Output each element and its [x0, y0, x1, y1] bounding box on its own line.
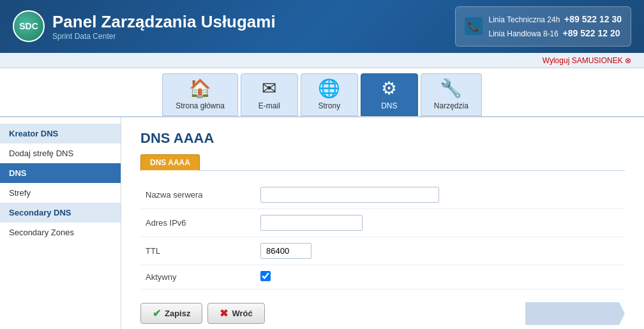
phone-box: 📞 Linia Techniczna 24h +89 522 12 30 Lin… — [455, 6, 631, 47]
input-nazwa-serwera[interactable] — [260, 187, 439, 203]
content-wrapper: Kreator DNS Dodaj strefę DNS DNS Strefy … — [0, 117, 644, 329]
nav-item-home[interactable]: 🏠 Strona główna — [162, 73, 238, 116]
nav-label-home: Strona główna — [176, 101, 225, 110]
nav-bar: 🏠 Strona główna ✉ E-mail 🌐 Strony ⚙ DNS … — [0, 68, 644, 117]
email-icon: ✉ — [262, 78, 276, 99]
save-label: Zapisz — [165, 309, 190, 318]
page-title: DNS AAAA — [140, 130, 625, 147]
save-button[interactable]: ✔ Zapisz — [140, 303, 202, 324]
label-ttl: TTL — [140, 237, 255, 265]
sidebar-label-strefy: Strefy — [9, 188, 31, 198]
sidebar-item-secondary-zones[interactable]: Secondary Zones — [0, 223, 121, 242]
input-ttl[interactable] — [260, 243, 311, 259]
app-title: Panel Zarządzania Usługami — [52, 12, 276, 32]
main-content: DNS AAAA DNS AAAA Nazwa serwera Adres IP… — [121, 117, 644, 329]
nav-label-narzedzia: Narzędzia — [434, 101, 468, 110]
arrow-3 — [587, 302, 625, 325]
form-row-ttl: TTL — [140, 237, 625, 265]
logo: SDC — [13, 10, 45, 42]
sidebar-label-secondary-dns: Secondary DNS — [9, 208, 71, 217]
dns-icon: ⚙ — [381, 78, 397, 99]
save-ok-icon: ✔ — [153, 307, 161, 319]
btn-row: ✔ Zapisz ✖ Wróć — [140, 302, 625, 325]
strony-icon: 🌐 — [318, 78, 340, 99]
form-row-ipv6: Adres IPv6 — [140, 208, 625, 237]
form-row-nazwa: Nazwa serwera — [140, 181, 625, 209]
nav-item-dns[interactable]: ⚙ DNS — [361, 73, 418, 116]
nav-item-email[interactable]: ✉ E-mail — [241, 73, 298, 116]
app-subtitle: Sprint Data Center — [52, 32, 276, 41]
back-button[interactable]: ✖ Wróć — [207, 303, 264, 324]
input-adres-ipv6[interactable] — [260, 215, 363, 231]
label-adres-ipv6: Adres IPv6 — [140, 208, 255, 237]
tab-bar: DNS AAAA — [140, 154, 625, 171]
nav-label-email: E-mail — [258, 101, 280, 110]
header: SDC Panel Zarządzania Usługami Sprint Da… — [0, 0, 644, 53]
form-row-aktywny: Aktywny — [140, 265, 625, 289]
nav-item-strony[interactable]: 🌐 Strony — [301, 73, 358, 116]
form-table: Nazwa serwera Adres IPv6 TTL — [140, 181, 625, 289]
phone-lines: Linia Techniczna 24h +89 522 12 30 Linia… — [489, 12, 622, 41]
arrow-decoration — [525, 302, 625, 325]
top-bar: Wyloguj SAMUSIONEK ⊗ — [0, 53, 644, 68]
logout-icon: ⊗ — [625, 56, 631, 65]
sidebar-item-kreator-dns[interactable]: Kreator DNS — [0, 124, 121, 143]
label-nazwa-serwera: Nazwa serwera — [140, 181, 255, 209]
checkbox-aktywny[interactable] — [260, 271, 271, 281]
back-cancel-icon: ✖ — [220, 307, 228, 319]
sidebar-item-dns[interactable]: DNS — [0, 163, 121, 183]
nav-label-dns: DNS — [381, 101, 397, 110]
phone-icon: 📞 — [465, 17, 483, 35]
sidebar-label-kreator-dns: Kreator DNS — [9, 129, 58, 138]
narzedzia-icon: 🔧 — [440, 78, 462, 99]
home-icon: 🏠 — [189, 78, 211, 99]
back-label: Wróć — [232, 309, 252, 318]
tab-dns-aaaa[interactable]: DNS AAAA — [140, 154, 200, 171]
nav-item-narzedzia[interactable]: 🔧 Narzędzia — [421, 73, 482, 116]
logout-link[interactable]: Wyloguj SAMUSIONEK ⊗ — [543, 56, 631, 65]
header-title: Panel Zarządzania Usługami Sprint Data C… — [52, 12, 276, 41]
header-left: SDC Panel Zarządzania Usługami Sprint Da… — [13, 10, 276, 42]
sidebar-item-dodaj-strefe[interactable]: Dodaj strefę DNS — [0, 143, 121, 163]
sidebar-item-strefy[interactable]: Strefy — [0, 183, 121, 203]
sidebar-item-secondary-dns[interactable]: Secondary DNS — [0, 203, 121, 223]
label-aktywny: Aktywny — [140, 265, 255, 289]
nav-label-strony: Strony — [318, 101, 341, 110]
sidebar: Kreator DNS Dodaj strefę DNS DNS Strefy … — [0, 117, 121, 329]
sidebar-label-dns: DNS — [9, 168, 26, 178]
header-right: 📞 Linia Techniczna 24h +89 522 12 30 Lin… — [455, 6, 631, 47]
sidebar-label-secondary-zones: Secondary Zones — [9, 228, 74, 237]
sidebar-label-dodaj-strefe: Dodaj strefę DNS — [9, 149, 73, 158]
